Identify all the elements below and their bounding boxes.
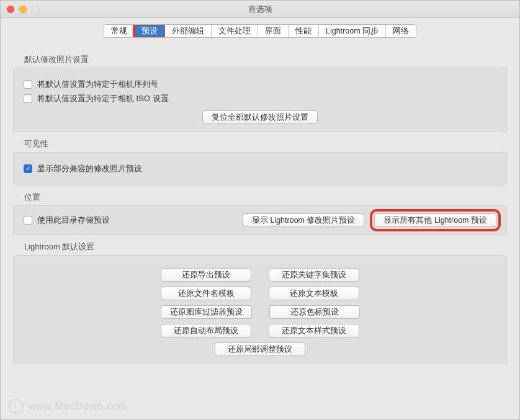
traffic-lights — [7, 6, 39, 13]
watermark: www.MacDown.com — [9, 399, 127, 414]
tab-bar: 常规 预设 外部编辑 文件处理 界面 性能 Lightroom 同步 网络 — [1, 18, 519, 45]
panel-location: 使用此目录存储预设 显示 Lightroom 修改照片预设 显示所有其他 Lig… — [13, 205, 507, 235]
tab-general[interactable]: 常规 — [104, 25, 135, 37]
reset-all-defaults-button[interactable]: 复位全部默认修改照片设置 — [202, 110, 318, 124]
window-title: 首选项 — [1, 4, 519, 15]
panel-lr-defaults: 还原导出预设 还原关键字集预设 还原文件名模板 还原文本模板 还原图库过滤器预设… — [13, 255, 507, 364]
section-title-visibility: 可见性 — [24, 138, 507, 150]
minimize-window-button[interactable] — [19, 6, 27, 13]
tab-external-editing[interactable]: 外部编辑 — [165, 25, 212, 37]
tab-lightroom-sync[interactable]: Lightroom 同步 — [319, 25, 386, 37]
row-show-partial: 显示部分兼容的修改照片预设 — [24, 163, 496, 174]
label-show-partial-compat: 显示部分兼容的修改照片预设 — [37, 163, 142, 174]
tab-network[interactable]: 网络 — [386, 25, 416, 37]
tabs-segmented: 常规 预设 外部编辑 文件处理 界面 性能 Lightroom 同步 网络 — [104, 24, 416, 38]
tab-file-handling[interactable]: 文件处理 — [212, 25, 258, 37]
restore-local-adjustment-presets-button[interactable]: 还原局部调整预设 — [215, 342, 305, 356]
restore-library-filter-presets-button[interactable]: 还原图库过滤器预设 — [161, 305, 252, 319]
tab-interface[interactable]: 界面 — [258, 25, 289, 37]
restore-color-label-presets-button[interactable]: 还原色标预设 — [269, 305, 360, 319]
section-title-defaults-edit: 默认修改照片设置 — [24, 54, 507, 65]
content-area: 默认修改照片设置 将默认值设置为特定于相机序列号 将默认值设置为特定于相机 IS… — [1, 45, 519, 377]
watermark-text: www.MacDown.com — [29, 401, 127, 412]
restore-filename-templates-button[interactable]: 还原文件名模板 — [161, 287, 251, 300]
section-title-lr-defaults: Lightroom 默认设置 — [24, 241, 507, 252]
row-camera-serial: 将默认值设置为特定于相机序列号 — [24, 79, 496, 90]
show-all-other-lightroom-presets-button[interactable]: 显示所有其他 Lightroom 预设 — [374, 213, 496, 227]
checkbox-store-with-catalog[interactable] — [24, 216, 32, 225]
label-camera-iso: 将默认值设置为特定于相机 ISO 设置 — [37, 93, 169, 104]
row-store-with-catalog: 使用此目录存储预设 — [24, 215, 110, 226]
panel-defaults-edit: 将默认值设置为特定于相机序列号 将默认值设置为特定于相机 ISO 设置 复位全部… — [13, 68, 507, 132]
restore-export-presets-button[interactable]: 还原导出预设 — [161, 268, 251, 282]
panel-visibility: 显示部分兼容的修改照片预设 — [13, 152, 507, 185]
tab-performance[interactable]: 性能 — [289, 25, 319, 37]
restore-auto-layout-presets-button[interactable]: 还原自动布局预设 — [161, 324, 251, 337]
show-lightroom-develop-presets-button[interactable]: 显示 Lightroom 修改照片预设 — [243, 213, 365, 227]
section-title-location: 位置 — [24, 192, 507, 203]
label-camera-serial: 将默认值设置为特定于相机序列号 — [37, 79, 158, 90]
checkbox-camera-iso[interactable] — [24, 94, 32, 103]
zoom-window-button[interactable] — [32, 6, 39, 13]
checkbox-camera-serial[interactable] — [24, 80, 32, 89]
restore-text-templates-button[interactable]: 还原文本模板 — [269, 287, 359, 300]
row-camera-iso: 将默认值设置为特定于相机 ISO 设置 — [24, 93, 496, 104]
restore-text-style-presets-button[interactable]: 还原文本样式预设 — [269, 324, 359, 337]
checkbox-show-partial-compat[interactable] — [24, 164, 32, 173]
tab-presets[interactable]: 预设 — [135, 25, 165, 37]
watermark-icon — [9, 399, 24, 414]
label-store-with-catalog: 使用此目录存储预设 — [37, 215, 110, 226]
close-window-button[interactable] — [7, 6, 14, 13]
titlebar: 首选项 — [1, 1, 519, 18]
preferences-window: 首选项 常规 预设 外部编辑 文件处理 界面 性能 Lightroom 同步 网… — [0, 0, 520, 420]
restore-keyword-presets-button[interactable]: 还原关键字集预设 — [269, 268, 359, 282]
